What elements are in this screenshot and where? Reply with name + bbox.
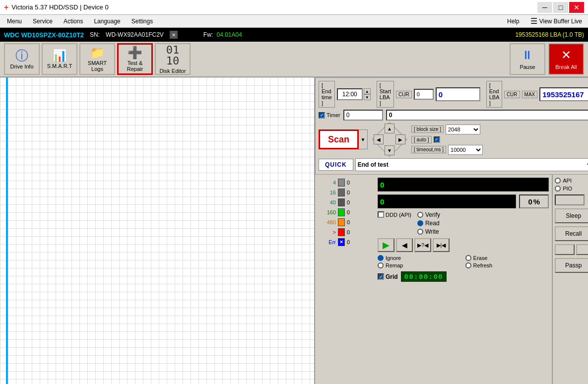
small-button-pair bbox=[555, 244, 588, 255]
startlba-field[interactable] bbox=[436, 87, 480, 101]
startlba-cur-button[interactable]: CUR bbox=[396, 91, 412, 98]
ddd-checkbox[interactable] bbox=[378, 211, 384, 218]
end-test-select[interactable]: End of test bbox=[355, 158, 588, 171]
progress-bar-1: 0 bbox=[378, 178, 549, 192]
radio-write[interactable]: Write bbox=[417, 228, 440, 235]
minimize-button[interactable]: ─ bbox=[537, 2, 552, 13]
stat-row-480ms: 480 0 bbox=[318, 218, 372, 226]
grid-checkbox-label: Grid bbox=[378, 273, 398, 280]
menu-item-language[interactable]: Language bbox=[89, 16, 125, 26]
stat-color-16ms bbox=[338, 189, 345, 196]
quick-button[interactable]: QUICK bbox=[319, 159, 353, 171]
radio-verify-btn bbox=[417, 212, 423, 218]
driveinfo-button[interactable]: ⓘ Drive Info bbox=[4, 43, 40, 75]
time-spin-down[interactable]: ▼ bbox=[364, 94, 371, 100]
timer-field2[interactable] bbox=[386, 110, 588, 121]
dir-down-button[interactable]: ▼ bbox=[385, 145, 394, 155]
menu-item-menu[interactable]: Menu bbox=[2, 16, 27, 26]
radio-pio[interactable]: PIO bbox=[555, 186, 588, 192]
radio-api[interactable]: API bbox=[555, 178, 588, 184]
radio-erase[interactable]: Erase bbox=[465, 255, 549, 261]
rewind-button[interactable]: ◀ bbox=[396, 238, 413, 252]
breakall-button[interactable]: ✕ Break All bbox=[548, 43, 584, 75]
menu-item-help[interactable]: Help bbox=[502, 16, 524, 26]
grid-canvas bbox=[0, 77, 314, 384]
startlba-cur-val[interactable] bbox=[414, 89, 434, 100]
play-button[interactable]: ▶ bbox=[378, 238, 394, 252]
startlba-label: [ Start LBA ] bbox=[377, 81, 394, 108]
small-btn-right[interactable] bbox=[576, 244, 588, 255]
maximize-button[interactable]: □ bbox=[553, 2, 568, 13]
dir-up-button[interactable]: ▲ bbox=[385, 124, 394, 133]
timer-checkbox-label: Timer bbox=[319, 112, 340, 119]
scan-button[interactable]: Scan bbox=[319, 129, 359, 149]
timer-checkbox[interactable] bbox=[319, 112, 325, 119]
blocksize-select[interactable]: 2048 1024 512 bbox=[446, 125, 480, 134]
drive-sn-close-button[interactable]: ✕ bbox=[170, 31, 178, 39]
driveinfo-icon: ⓘ bbox=[15, 49, 28, 62]
ddd-option: DDD (API) bbox=[378, 211, 411, 218]
endlba-cur-button[interactable]: CUR bbox=[504, 91, 520, 98]
main-content: [ End time ] ▲ ▼ [ Start LBA ] CUR [ End… bbox=[0, 77, 588, 384]
blocksize-label: [ block size ] bbox=[411, 126, 444, 133]
passp-button[interactable]: Passp bbox=[555, 258, 588, 273]
menu-item-settings[interactable]: Settings bbox=[127, 16, 158, 26]
close-button[interactable]: ✕ bbox=[569, 2, 584, 13]
scan-button-wrapper: Scan ▼ bbox=[319, 129, 368, 149]
scan-dropdown[interactable]: ▼ bbox=[359, 129, 368, 149]
menu-item-service[interactable]: Service bbox=[28, 16, 58, 26]
sleep-button[interactable]: Sleep bbox=[555, 208, 588, 223]
pause-button[interactable]: ⏸ Pause bbox=[510, 43, 545, 75]
stat-row-over: > 0 bbox=[318, 228, 372, 236]
direction-control: ▲ ◀ ▶ ▼ bbox=[373, 123, 406, 156]
recall-button[interactable]: Recall bbox=[555, 226, 588, 241]
title-bar: + Victoria 5.37 HDD/SSD | Device 0 ─ □ ✕ bbox=[0, 0, 588, 15]
small-btn-left[interactable] bbox=[555, 244, 575, 255]
timer-field1[interactable] bbox=[343, 110, 383, 121]
menu-item-actions[interactable]: Actions bbox=[59, 16, 88, 26]
drive-fw: Fw: 04.01A04 bbox=[203, 31, 242, 38]
radio-verify[interactable]: Verify bbox=[417, 211, 440, 218]
radio-read[interactable]: Read bbox=[417, 220, 440, 227]
side-rect bbox=[555, 194, 585, 205]
timeout-select[interactable]: 10000 5000 3000 bbox=[448, 145, 483, 155]
radio-ignore[interactable]: Ignore bbox=[378, 255, 461, 261]
smartlogs-button[interactable]: 📁 SMART Logs bbox=[79, 43, 115, 75]
auto-checkbox[interactable] bbox=[434, 136, 440, 143]
progress-row-2: 0 0 % bbox=[378, 194, 549, 208]
radio-remap[interactable]: Remap bbox=[378, 262, 461, 268]
dir-right-button[interactable]: ▶ bbox=[395, 134, 405, 144]
endlba-field[interactable] bbox=[539, 87, 588, 101]
radio-pio-btn bbox=[555, 186, 561, 192]
progress-bar-2: 0 bbox=[378, 194, 516, 208]
endtime-input[interactable] bbox=[337, 88, 363, 100]
step-button[interactable]: ▶?◀ bbox=[414, 238, 431, 252]
endlba-label: [ End LBA ] bbox=[486, 81, 502, 108]
diskeditor-button[interactable]: 0110 Disk Editor bbox=[155, 43, 191, 75]
view-buffer-button[interactable]: ☰ View Buffer Live bbox=[526, 15, 586, 27]
smart-button[interactable]: 📊 S.M.A.R.T bbox=[42, 43, 77, 75]
stat-color-160ms bbox=[338, 208, 345, 216]
endlba-max-button[interactable]: MAX bbox=[522, 91, 538, 98]
radio-refresh[interactable]: Refresh bbox=[465, 262, 549, 268]
radio-api-btn bbox=[555, 178, 561, 184]
block-section: [ block size ] 2048 1024 512 [ auto ] [ … bbox=[411, 125, 588, 155]
stat-row-40ms: 40 0 bbox=[318, 198, 372, 206]
end-button[interactable]: ▶|◀ bbox=[433, 238, 450, 252]
progress-val-1: 0 bbox=[380, 181, 384, 189]
time-spin-up[interactable]: ▲ bbox=[364, 88, 371, 94]
testrepair-button[interactable]: ➕ Test & Repair bbox=[117, 43, 153, 75]
grid-checkbox[interactable] bbox=[378, 273, 384, 280]
auto-row: [ auto ] bbox=[411, 136, 588, 143]
radio-read-btn bbox=[417, 220, 423, 226]
stat-color-40ms bbox=[338, 198, 345, 206]
progress-pct-display: 0 % bbox=[519, 194, 549, 208]
side-right-panel: API PIO Sleep Recall bbox=[552, 175, 588, 384]
dir-left-button[interactable]: ◀ bbox=[374, 134, 384, 144]
breakall-label: Break All bbox=[555, 64, 577, 70]
api-pio-section: API PIO bbox=[555, 178, 588, 192]
auto-label: [ auto ] bbox=[411, 136, 432, 143]
pause-icon: ⏸ bbox=[522, 48, 533, 62]
toolbar: ⓘ Drive Info 📊 S.M.A.R.T 📁 SMART Logs ➕ … bbox=[0, 42, 588, 77]
smart-label: S.M.A.R.T bbox=[47, 63, 72, 69]
